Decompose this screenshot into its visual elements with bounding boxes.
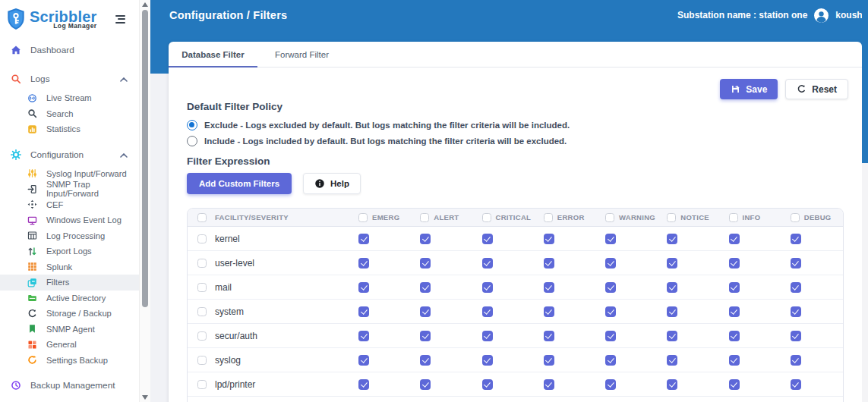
add-custom-filters-button[interactable]: Add Custom Filters: [187, 173, 292, 194]
sidebar-item-search[interactable]: Search: [0, 106, 139, 122]
severity-checkbox[interactable]: [605, 234, 616, 244]
severity-checkbox[interactable]: [482, 355, 493, 366]
severity-checkbox[interactable]: [791, 331, 801, 341]
severity-checkbox[interactable]: [729, 234, 740, 244]
severity-checkbox[interactable]: [482, 234, 493, 244]
tab-database-filter[interactable]: Database Filter: [169, 42, 257, 67]
sidebar-item-general[interactable]: General: [0, 337, 139, 353]
username[interactable]: koushi: [835, 10, 865, 20]
severity-checkbox[interactable]: [667, 306, 677, 317]
severity-checkbox[interactable]: [729, 282, 740, 293]
sidebar-item-configuration[interactable]: Configuration: [0, 143, 139, 166]
menu-collapse-icon[interactable]: [115, 15, 125, 24]
severity-checkbox[interactable]: [667, 355, 677, 366]
severity-checkbox[interactable]: [544, 234, 554, 244]
page-scrollbar-thumb[interactable]: [862, 0, 868, 163]
severity-checkbox[interactable]: [358, 282, 369, 293]
severity-checkbox[interactable]: [729, 379, 740, 390]
severity-checkbox[interactable]: [358, 355, 369, 366]
severity-checkbox[interactable]: [791, 258, 801, 269]
severity-checkbox[interactable]: [482, 331, 493, 341]
radio-selected-icon[interactable]: [187, 120, 197, 130]
severity-checkbox[interactable]: [791, 355, 801, 366]
facility-checkbox[interactable]: [197, 380, 207, 389]
severity-checkbox[interactable]: [791, 282, 801, 293]
reset-button[interactable]: Reset: [785, 79, 848, 99]
user-avatar-icon[interactable]: [814, 8, 829, 23]
severity-checkbox[interactable]: [729, 355, 740, 366]
severity-checkbox[interactable]: [605, 331, 616, 341]
severity-checkbox[interactable]: [358, 331, 369, 341]
severity-checkbox[interactable]: [358, 306, 369, 317]
sidebar-item-syslog-input-forward[interactable]: Syslog Input/Forward: [0, 166, 139, 182]
scroll-down-arrow-icon[interactable]: [142, 395, 148, 400]
severity-checkbox[interactable]: [544, 282, 554, 293]
severity-checkbox[interactable]: [729, 331, 740, 341]
facility-checkbox[interactable]: [197, 307, 207, 316]
select-all-error-checkbox[interactable]: [544, 213, 553, 222]
severity-checkbox[interactable]: [482, 306, 493, 317]
facility-checkbox[interactable]: [197, 356, 207, 365]
severity-checkbox[interactable]: [791, 234, 801, 244]
sidebar-item-statistics[interactable]: Statistics: [0, 121, 139, 137]
severity-checkbox[interactable]: [544, 306, 554, 317]
select-all-info-checkbox[interactable]: [729, 213, 738, 222]
sidebar-item-active-directory[interactable]: Active Directory: [0, 291, 139, 306]
severity-checkbox[interactable]: [729, 258, 740, 269]
severity-checkbox[interactable]: [420, 379, 431, 390]
sidebar-item-splunk[interactable]: Splunk: [0, 259, 139, 275]
policy-option-exclude[interactable]: Exclude - Logs excluded by default. But …: [187, 118, 844, 132]
severity-checkbox[interactable]: [729, 306, 740, 317]
severity-checkbox[interactable]: [605, 306, 616, 317]
sidebar-item-storage-backup[interactable]: Storage / Backup: [0, 306, 139, 322]
scroll-up-arrow-icon[interactable]: [142, 2, 148, 7]
select-all-notice-checkbox[interactable]: [667, 213, 676, 222]
sidebar-item-cef[interactable]: CEF: [0, 197, 139, 213]
sidebar-item-snmp-agent[interactable]: SNMP Agent: [0, 322, 139, 338]
facility-checkbox[interactable]: [197, 331, 207, 341]
save-button[interactable]: Save: [720, 79, 778, 99]
sidebar-item-export-logs[interactable]: Export Logs: [0, 243, 139, 259]
sidebar-item-backup-management[interactable]: Backup Management: [0, 374, 139, 397]
severity-checkbox[interactable]: [605, 258, 616, 269]
severity-checkbox[interactable]: [420, 306, 431, 317]
severity-checkbox[interactable]: [667, 379, 677, 390]
severity-checkbox[interactable]: [420, 355, 431, 366]
radio-unselected-icon[interactable]: [187, 136, 197, 146]
severity-checkbox[interactable]: [420, 282, 431, 293]
severity-checkbox[interactable]: [358, 379, 369, 390]
severity-checkbox[interactable]: [420, 234, 431, 244]
sidebar-item-live-stream[interactable]: Live Stream: [0, 90, 139, 106]
sidebar-scrollbar-thumb[interactable]: [142, 10, 148, 307]
sidebar-scrollbar[interactable]: [139, 0, 150, 402]
severity-checkbox[interactable]: [605, 355, 616, 366]
select-all-debug-checkbox[interactable]: [791, 213, 800, 222]
severity-checkbox[interactable]: [605, 379, 616, 390]
severity-checkbox[interactable]: [544, 258, 554, 269]
facility-checkbox[interactable]: [197, 283, 207, 292]
select-all-critical-checkbox[interactable]: [482, 213, 491, 222]
policy-option-include[interactable]: Include - Logs included by default. But …: [187, 134, 844, 148]
facility-checkbox[interactable]: [197, 234, 207, 243]
severity-checkbox[interactable]: [605, 282, 616, 293]
page-scrollbar[interactable]: [862, 0, 868, 402]
severity-checkbox[interactable]: [482, 258, 493, 269]
sidebar-item-snmp-trap-input-forward[interactable]: SNMP Trap Input/Forward: [0, 181, 139, 197]
select-all-emerg-checkbox[interactable]: [358, 213, 368, 222]
chevron-up-icon[interactable]: [120, 74, 128, 84]
chevron-up-icon[interactable]: [120, 149, 128, 160]
sidebar-item-log-processing[interactable]: Log Processing: [0, 228, 139, 244]
severity-checkbox[interactable]: [482, 282, 493, 293]
severity-checkbox[interactable]: [544, 355, 554, 366]
severity-checkbox[interactable]: [791, 379, 801, 390]
severity-checkbox[interactable]: [544, 331, 554, 341]
select-all-warning-checkbox[interactable]: [605, 213, 614, 222]
sidebar-item-filters[interactable]: Filters: [0, 275, 139, 291]
severity-checkbox[interactable]: [791, 306, 801, 317]
tab-forward-filter[interactable]: Forward Filter: [257, 42, 346, 67]
sidebar-item-logs[interactable]: Logs: [0, 68, 139, 90]
severity-checkbox[interactable]: [667, 282, 677, 293]
select-all-alert-checkbox[interactable]: [420, 213, 429, 222]
severity-checkbox[interactable]: [420, 331, 431, 341]
severity-checkbox[interactable]: [667, 234, 677, 244]
